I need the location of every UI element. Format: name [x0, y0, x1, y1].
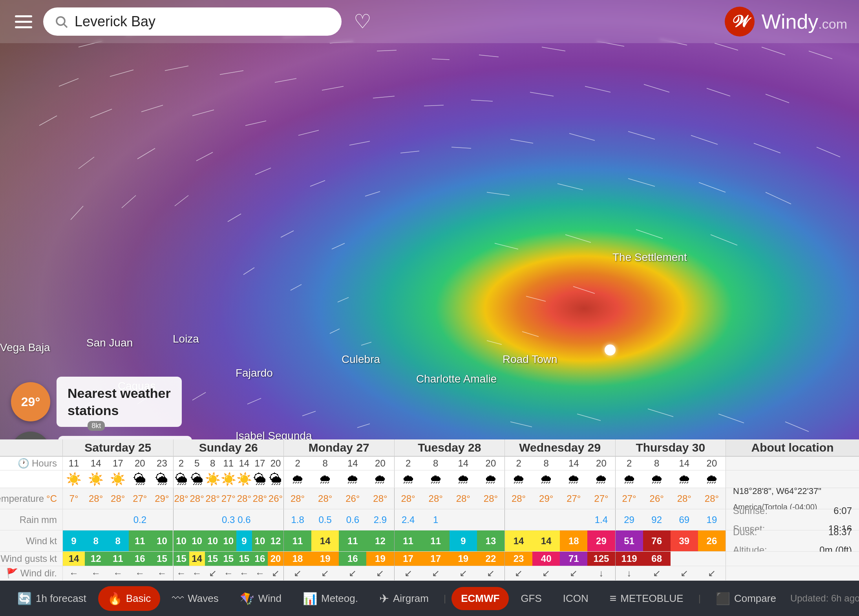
- meteoblue-btn[interactable]: ≡ METEOBLUE: [600, 586, 693, 611]
- svg-line-84: [785, 422, 809, 432]
- dir-mon: ↙ ↙ ↙ ↙: [284, 566, 395, 580]
- gusts-sat: 14 12 11 16 15: [63, 552, 174, 566]
- svg-line-34: [298, 130, 319, 135]
- weather-icons-row: ☀️ ☀️ ☀️ 🌦 🌦 🌦 🌦 ☀️ ☀️ ☀️ 🌦 🌦 🌧 🌧 🌧 🌧 🌧 …: [0, 470, 859, 488]
- svg-point-96: [57, 17, 65, 25]
- separator-2: |: [698, 593, 701, 604]
- about-location-header: About location: [726, 439, 859, 456]
- wind-thu: 51 76 39 26: [616, 530, 726, 551]
- wind-btn[interactable]: 🪁 Wind: [230, 586, 291, 611]
- temp-mon: 28° 28° 26° 28°: [284, 488, 395, 509]
- svg-line-22: [424, 105, 444, 106]
- favorite-button[interactable]: ♡: [349, 9, 375, 35]
- wind-label: Wind: [258, 592, 281, 605]
- svg-line-68: [526, 296, 546, 301]
- gusts-mon: 18 19 16 19: [284, 552, 395, 566]
- svg-line-15: [59, 78, 79, 86]
- svg-line-54: [766, 192, 791, 204]
- windy-logo-letter: 𝒲: [732, 12, 748, 31]
- rain-tue: 2.4 1: [395, 509, 505, 530]
- svg-line-62: [565, 235, 591, 242]
- svg-line-83: [718, 414, 744, 423]
- logo-area: 𝒲 Windy.com: [725, 7, 847, 36]
- svg-line-48: [310, 180, 325, 186]
- icon-label: ICON: [563, 592, 589, 605]
- svg-line-82: [648, 409, 673, 417]
- svg-line-66: [291, 284, 302, 290]
- nearest-stations-label[interactable]: Nearest weather stations: [57, 377, 182, 427]
- hamburger-menu-button[interactable]: [12, 10, 35, 33]
- icon-btn[interactable]: ICON: [554, 587, 598, 610]
- svg-line-52: [628, 179, 655, 186]
- forecast-icon: 🔄: [17, 592, 32, 605]
- svg-line-42: [754, 143, 780, 153]
- svg-line-43: [817, 147, 840, 157]
- dir-thu: ↓ ↙ ↙ ↙: [616, 566, 726, 580]
- svg-line-49: [365, 191, 380, 196]
- svg-line-19: [275, 78, 296, 82]
- svg-line-80: [510, 422, 532, 427]
- svg-line-64: [711, 235, 737, 245]
- windy-logo-text: Windy.com: [762, 10, 847, 33]
- svg-line-13: [762, 47, 785, 55]
- waves-btn[interactable]: 〰 Waves: [163, 586, 228, 611]
- wind-speed-badge: 8kt: [88, 421, 105, 431]
- tue-hours-group: 2 8 14 20: [395, 457, 505, 470]
- search-input[interactable]: Leverick Bay: [75, 13, 331, 30]
- svg-line-26: [644, 84, 669, 92]
- meteog-btn[interactable]: 📊 Meteog.: [293, 586, 367, 611]
- basic-btn[interactable]: 🔥 Basic: [98, 586, 161, 611]
- svg-line-45: [137, 148, 155, 159]
- day-header-wed: Wednesday 29: [505, 439, 616, 456]
- svg-line-81: [577, 414, 601, 421]
- basic-label: Basic: [126, 592, 151, 605]
- svg-line-58: [228, 214, 241, 222]
- compare-icon: ⬛: [716, 592, 730, 605]
- clock-icon: 🕐: [18, 458, 29, 469]
- wind-icon: 🪁: [240, 592, 254, 605]
- search-container[interactable]: Leverick Bay: [43, 7, 342, 36]
- compare-btn[interactable]: ⬛ Compare: [706, 586, 786, 611]
- dir-wed: ↙ ↙ ↙ ↓: [505, 566, 616, 580]
- svg-line-28: [766, 94, 789, 103]
- rain-thu: 29 92 69 19: [616, 509, 726, 530]
- ecmwf-btn[interactable]: ECMWF: [451, 587, 509, 610]
- basic-icon: 🔥: [108, 592, 122, 605]
- svg-line-35: [349, 141, 370, 145]
- svg-line-78: [302, 411, 316, 416]
- airgram-btn[interactable]: ✈ Airgram: [370, 586, 438, 611]
- svg-line-55: [71, 206, 83, 220]
- temperature-value: 29°: [21, 395, 40, 408]
- svg-line-7: [432, 59, 450, 60]
- svg-line-63: [636, 230, 663, 239]
- day-header-thu: Thursday 30: [616, 439, 726, 456]
- bottom-toolbar: 🔄 1h forecast 🔥 Basic 〰 Waves 🪁 Wind 📊 M…: [0, 581, 859, 616]
- mon-icons: 🌧 🌧 🌧 🌧: [284, 470, 395, 488]
- header: Leverick Bay ♡ 𝒲 Windy.com: [0, 0, 859, 43]
- forecast-toggle-btn[interactable]: 🔄 1h forecast: [8, 586, 96, 611]
- svg-line-69: [573, 286, 595, 293]
- gusts-row: Wind gusts kt 14 12 11 16 15 15 14 15 15…: [0, 552, 859, 566]
- temp-thu: 27° 26° 28° 28°: [616, 488, 726, 509]
- wind-tue: 11 11 9 13: [395, 530, 505, 551]
- svg-line-18: [220, 71, 243, 75]
- hour-sat-17: 17: [107, 457, 129, 470]
- gfs-btn[interactable]: GFS: [511, 587, 551, 610]
- svg-line-71: [361, 342, 371, 345]
- hamburger-line-1: [15, 15, 32, 17]
- day-header-sun: Sunday 26: [174, 439, 284, 456]
- search-box[interactable]: Leverick Bay: [43, 7, 342, 36]
- svg-line-53: [699, 182, 726, 192]
- about-dir-spacer: [726, 566, 859, 580]
- temperature-circle[interactable]: 29° 8kt: [11, 382, 50, 421]
- sun-icons: 🌦 🌦 ☀️ ☀️ ☀️ 🌦 🌦: [174, 470, 284, 488]
- svg-line-27: [707, 88, 730, 96]
- wind-data-area: 9 8 8 11 10 10 10 10 10 9 10 12 11 14 11…: [63, 530, 726, 551]
- weather-badge[interactable]: 29° 8kt Nearest weather stations: [11, 377, 182, 427]
- row-label-spacer: [0, 439, 63, 456]
- thu-hours-group: 2 8 14 20: [616, 457, 726, 470]
- svg-line-8: [479, 55, 499, 57]
- updated-text: Updated: 6h ago: [790, 593, 859, 604]
- dir-data-area: ← ← ← ← ← ← ← ↙ ← ← ← ↙ ↙ ↙ ↙ ↙: [63, 566, 726, 580]
- svg-line-76: [192, 392, 206, 400]
